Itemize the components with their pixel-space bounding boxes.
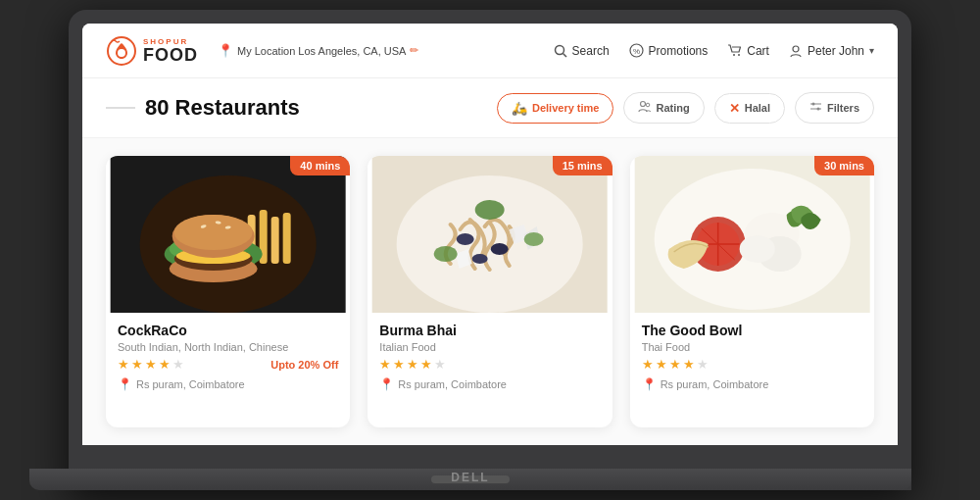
card-body-2: Burma Bhai Italian Food ★ ★ ★ ★ ★ [368, 313, 612, 399]
star-1-3: ★ [145, 357, 157, 372]
svg-point-7 [738, 54, 740, 56]
stars-3: ★ ★ ★ ★ ★ [642, 357, 709, 372]
rating-label: Rating [656, 102, 689, 114]
star-2-3: ★ [407, 357, 418, 372]
laptop-screen: SHOPUR FOOD 📍 My Location Los Angeles, C… [82, 24, 898, 445]
svg-rect-20 [283, 213, 291, 264]
svg-point-6 [733, 54, 735, 56]
sliders-icon [809, 100, 822, 113]
svg-point-41 [524, 232, 544, 246]
promotions-nav[interactable]: % Promotions [629, 43, 709, 58]
svg-line-3 [563, 53, 566, 57]
location-1: Rs puram, Coimbatore [136, 378, 245, 390]
svg-point-1 [118, 49, 125, 57]
restaurant-name-1: CockRaCo [118, 323, 338, 338]
location-row-2: 📍 Rs puram, Coimbatore [379, 377, 600, 391]
promotions-label: Promotions [649, 44, 709, 58]
loc-pin-icon-1: 📍 [118, 377, 132, 391]
svg-point-35 [491, 243, 509, 255]
food-image-1 [106, 156, 350, 313]
halal-filter[interactable]: ✕ Halal [714, 93, 785, 124]
restaurant-meta-3: ★ ★ ★ ★ ★ [642, 357, 862, 372]
delivery-icon: 🛵 [512, 101, 527, 116]
svg-point-2 [555, 45, 564, 54]
location-row-1: 📍 Rs puram, Coimbatore [118, 377, 338, 391]
star-1-5: ★ [172, 357, 184, 372]
logo-food: FOOD [143, 46, 198, 64]
star-2-4: ★ [420, 357, 432, 372]
star-1-4: ★ [159, 357, 171, 372]
location-row-3: 📍 Rs puram, Coimbatore [642, 377, 862, 391]
svg-point-8 [793, 46, 799, 52]
search-nav[interactable]: Search [554, 44, 610, 58]
svg-point-9 [641, 102, 646, 107]
logo-svg [106, 35, 137, 67]
location-2: Rs puram, Coimbatore [398, 378, 507, 390]
cart-nav[interactable]: Cart [727, 43, 769, 58]
count-text: 80 Restaurants [145, 95, 300, 121]
restaurant-meta-2: ★ ★ ★ ★ ★ [379, 357, 600, 372]
svg-rect-19 [271, 217, 279, 264]
logo: SHOPUR FOOD [106, 35, 198, 67]
star-1-1: ★ [118, 357, 129, 372]
user-icon [789, 44, 803, 58]
location-pin-icon: 📍 [218, 43, 233, 58]
chevron-down-icon: ▾ [869, 45, 874, 56]
restaurant-card-cockraco[interactable]: 40 mins CockRaCo South Indian, North Ind… [106, 156, 350, 427]
svg-point-40 [434, 246, 458, 262]
star-2-5: ★ [434, 357, 446, 372]
logo-text: SHOPUR FOOD [143, 38, 198, 64]
loc-pin-icon-3: 📍 [642, 377, 657, 391]
restaurants-grid: 40 mins CockRaCo South Indian, North Ind… [82, 138, 898, 445]
people-icon [638, 100, 651, 113]
filters-label: Filters [827, 102, 859, 114]
card-image-wrapper-1: 40 mins [106, 156, 350, 313]
nav-items: Search % Promotions [554, 43, 874, 58]
card-body-1: CockRaCo South Indian, North Indian, Chi… [106, 313, 350, 399]
user-nav[interactable]: Peter John ▾ [789, 44, 874, 58]
svg-point-14 [816, 108, 819, 111]
restaurant-cuisine-1: South Indian, North Indian, Chinese [118, 341, 338, 353]
svg-point-28 [174, 215, 253, 250]
svg-point-42 [475, 200, 505, 220]
delivery-time-filter[interactable]: 🛵 Delivery time [497, 93, 613, 124]
search-icon [554, 44, 567, 58]
location-text: My Location Los Angeles, CA, USA [237, 45, 406, 57]
svg-point-52 [739, 235, 774, 263]
star-3-1: ★ [642, 357, 654, 372]
app-container: SHOPUR FOOD 📍 My Location Los Angeles, C… [82, 24, 898, 445]
filter-bar: 80 Restaurants 🛵 Delivery time [82, 78, 898, 138]
loc-pin-icon-2: 📍 [379, 377, 394, 391]
svg-point-34 [457, 233, 474, 245]
promotions-icon: % [629, 43, 644, 58]
restaurant-card-good-bowl[interactable]: 30 mins The Good Bowl Thai Food ★ ★ ★ ★ [630, 156, 874, 427]
food-image-2 [368, 156, 612, 313]
user-name: Peter John [808, 44, 864, 58]
restaurant-meta-1: ★ ★ ★ ★ ★ Upto 20% Off [118, 357, 338, 372]
filters-icon [809, 100, 822, 116]
dell-logo: DELL [451, 471, 489, 484]
filters-button[interactable]: Filters [795, 92, 874, 124]
time-badge-3: 30 mins [814, 156, 874, 175]
restaurant-card-burma-bhai[interactable]: 15 mins Burma Bhai Italian Food ★ ★ ★ ★ [368, 156, 612, 427]
star-3-4: ★ [683, 357, 695, 372]
star-2-2: ★ [393, 357, 405, 372]
delivery-time-label: Delivery time [532, 102, 599, 114]
location-3: Rs puram, Coimbatore [661, 378, 769, 390]
discount-1: Upto 20% Off [270, 359, 338, 371]
card-image-wrapper-3: 30 mins [630, 156, 874, 313]
stars-2: ★ ★ ★ ★ ★ [379, 357, 446, 372]
svg-text:%: % [633, 47, 640, 56]
star-3-3: ★ [669, 357, 681, 372]
star-2-1: ★ [379, 357, 391, 372]
laptop-frame: SHOPUR FOOD 📍 My Location Los Angeles, C… [69, 10, 911, 490]
svg-point-10 [647, 103, 651, 107]
laptop-base: DELL [29, 469, 911, 490]
edit-icon[interactable]: ✏ [410, 44, 418, 57]
restaurant-cuisine-2: Italian Food [379, 341, 600, 353]
restaurant-name-2: Burma Bhai [379, 323, 600, 338]
svg-point-36 [472, 254, 488, 264]
restaurant-name-3: The Good Bowl [642, 323, 862, 338]
rating-filter[interactable]: Rating [623, 92, 704, 124]
location-area[interactable]: 📍 My Location Los Angeles, CA, USA ✏ [218, 43, 418, 58]
